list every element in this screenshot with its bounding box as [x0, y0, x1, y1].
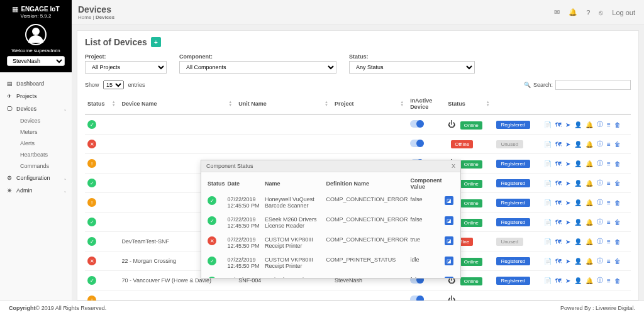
info-icon[interactable]: ⓘ [597, 257, 603, 265]
modal-action-button[interactable]: ◪ [445, 196, 453, 205]
registration-pill[interactable]: Registered [496, 257, 531, 265]
modal-action-button[interactable]: ◪ [445, 216, 453, 225]
edit-icon[interactable]: 📄 [544, 277, 552, 284]
locate-icon[interactable]: ➤ [565, 160, 570, 167]
registration-pill[interactable]: Unused [496, 238, 524, 246]
registration-pill[interactable]: Unused [496, 140, 524, 148]
edit-icon[interactable]: 📄 [544, 219, 552, 226]
list-icon[interactable]: ≡ [607, 180, 611, 187]
add-device-button[interactable]: + [151, 37, 161, 47]
info-icon[interactable]: ⓘ [597, 198, 603, 207]
entries-select[interactable]: 15 [103, 80, 124, 89]
user-icon[interactable]: 👤 [574, 160, 582, 167]
locate-icon[interactable]: ➤ [565, 199, 570, 206]
info-icon[interactable]: ⓘ [597, 179, 603, 187]
delete-icon[interactable]: 🗑 [614, 277, 621, 284]
edit-icon[interactable]: 📄 [544, 199, 552, 206]
component-select[interactable]: All Components [179, 61, 336, 74]
modal-action-button[interactable]: ◪ [445, 257, 453, 265]
delete-icon[interactable]: 🗑 [614, 219, 621, 226]
list-icon[interactable]: ≡ [607, 141, 611, 148]
mail-icon[interactable]: ✉ [554, 8, 560, 16]
locate-icon[interactable]: ➤ [565, 180, 570, 187]
nav-devices[interactable]: 🖵 Devices ⌄ [0, 102, 72, 115]
list-icon[interactable]: ≡ [607, 160, 611, 167]
bell-icon[interactable]: 🔔 [586, 199, 593, 206]
col-devstatus[interactable]: Status▲▼ [445, 94, 493, 114]
col-unitname[interactable]: Unit Name▲▼ [236, 94, 332, 114]
info-icon[interactable]: ⓘ [597, 237, 603, 246]
col-project[interactable]: Project▲▼ [332, 94, 408, 114]
registration-pill[interactable]: Registered [496, 179, 531, 187]
list-icon[interactable]: ≡ [607, 199, 611, 206]
nav-sub-meters[interactable]: Meters [14, 126, 72, 138]
delete-icon[interactable]: 🗑 [614, 238, 621, 245]
sitemap-icon[interactable]: 🗺 [555, 258, 562, 265]
delete-icon[interactable]: 🗑 [614, 199, 621, 206]
delete-icon[interactable]: 🗑 [614, 180, 621, 187]
status-ok-icon[interactable]: ✓ [87, 179, 96, 187]
bell-icon[interactable]: 🔔 [569, 8, 577, 16]
registration-pill[interactable]: Registered [496, 218, 531, 226]
info-icon[interactable]: ⓘ [597, 159, 603, 168]
status-warn-icon[interactable]: ! [87, 159, 96, 168]
status-ok-icon[interactable]: ✓ [208, 196, 216, 205]
bell-icon[interactable]: 🔔 [586, 219, 593, 226]
bell-icon[interactable]: 🔔 [586, 160, 593, 167]
sitemap-icon[interactable]: 🗺 [555, 180, 562, 187]
nav-sub-heartbeats[interactable]: Heartbeats [14, 149, 72, 160]
search-input[interactable] [555, 80, 631, 90]
registration-pill[interactable]: Registered [496, 199, 531, 207]
bell-icon[interactable]: 🔔 [586, 238, 593, 245]
power-icon[interactable]: ⏻ [448, 120, 455, 129]
nav-dashboard[interactable]: ▤ Dashboard [0, 77, 72, 90]
edit-icon[interactable]: 📄 [544, 160, 552, 167]
nav-sub-commands[interactable]: Commands [14, 160, 72, 172]
edit-icon[interactable]: 📄 [544, 180, 552, 187]
modal-header[interactable]: Component Status X [201, 160, 460, 172]
logout-icon[interactable]: ⎋ [599, 9, 603, 16]
user-icon[interactable]: 👤 [574, 277, 582, 284]
status-warn-icon[interactable]: ! [87, 296, 96, 301]
edit-icon[interactable]: 📄 [544, 121, 552, 128]
user-icon[interactable]: 👤 [574, 199, 582, 206]
delete-icon[interactable]: 🗑 [614, 160, 621, 167]
list-icon[interactable]: ≡ [607, 238, 611, 245]
inactive-toggle[interactable] [410, 140, 424, 147]
info-icon[interactable]: ⓘ [597, 218, 603, 226]
user-icon[interactable]: 👤 [574, 141, 582, 148]
sitemap-icon[interactable]: 🗺 [555, 277, 562, 284]
sitemap-icon[interactable]: 🗺 [555, 199, 562, 206]
registration-pill[interactable]: Registered [496, 121, 531, 129]
modal-action-button[interactable]: ◪ [445, 277, 453, 278]
client-select[interactable]: SteveNash [7, 56, 65, 66]
modal-action-button[interactable]: ◪ [445, 236, 453, 245]
locate-icon[interactable]: ➤ [565, 141, 570, 148]
status-ok-icon[interactable]: ✓ [87, 120, 96, 129]
status-select[interactable]: Any Status [349, 61, 475, 74]
status-warn-icon[interactable]: ! [87, 198, 96, 207]
status-ok-icon[interactable]: ✓ [87, 237, 96, 246]
delete-icon[interactable]: 🗑 [614, 141, 621, 148]
list-icon[interactable]: ≡ [607, 121, 611, 128]
info-icon[interactable]: ⓘ [597, 140, 603, 148]
edit-icon[interactable]: 📄 [544, 238, 552, 245]
bell-icon[interactable]: 🔔 [586, 180, 593, 187]
registration-pill[interactable]: Registered [496, 277, 531, 285]
bell-icon[interactable]: 🔔 [586, 277, 593, 284]
bell-icon[interactable]: 🔔 [586, 258, 593, 265]
bell-icon[interactable]: 🔔 [586, 141, 593, 148]
project-select[interactable]: All Projects [85, 61, 167, 74]
inactive-toggle[interactable] [410, 296, 424, 301]
delete-icon[interactable]: 🗑 [614, 121, 621, 128]
user-icon[interactable]: 👤 [574, 258, 582, 265]
help-icon[interactable]: ? [586, 9, 590, 16]
power-icon[interactable]: ⏻ [448, 296, 455, 301]
list-icon[interactable]: ≡ [607, 258, 611, 265]
bell-icon[interactable]: 🔔 [586, 121, 593, 128]
status-ok-icon[interactable]: ✓ [87, 218, 96, 226]
col-status[interactable]: Status▲▼ [85, 94, 119, 114]
info-icon[interactable]: ⓘ [597, 276, 603, 285]
close-icon[interactable]: X [452, 163, 455, 169]
info-icon[interactable]: ⓘ [597, 120, 603, 129]
